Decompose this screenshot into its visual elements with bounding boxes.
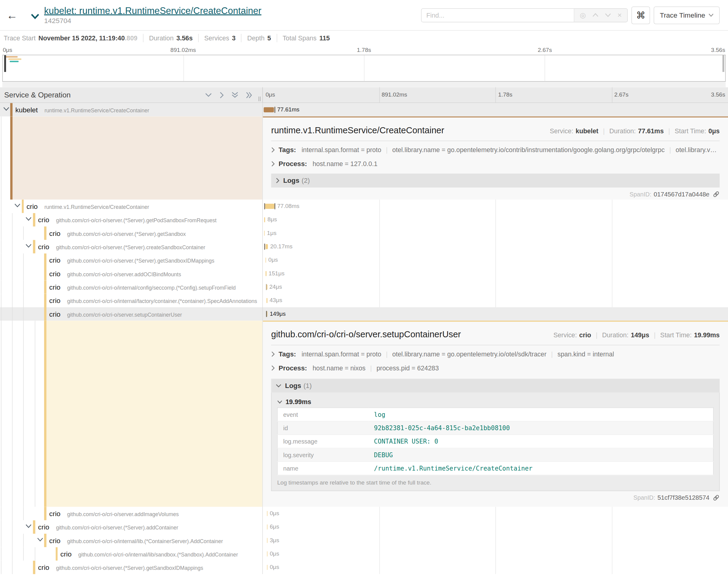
trace-title-link[interactable]: kubelet: runtime.v1.RuntimeService/Creat… xyxy=(44,5,261,16)
find-controls: ◎ × xyxy=(574,8,627,22)
span-duration: 0μs xyxy=(270,547,279,561)
span-row-getpodsandboxfromrequest[interactable]: crio github.com/cri-o/cri-o/server.(*Ser… xyxy=(0,213,728,227)
span-row-addcontainer[interactable]: crio github.com/cri-o/cri-o/server.(*Ser… xyxy=(0,520,728,534)
span-bar[interactable] xyxy=(265,258,266,263)
locate-icon[interactable]: ◎ xyxy=(580,11,586,20)
span-row-createsandboxcontainer[interactable]: crio github.com/cri-o/cri-o/server.(*Ser… xyxy=(0,240,728,253)
span-row-lib-addcontainer[interactable]: crio github.com/cri-o/cri-o/internal/lib… xyxy=(0,534,728,547)
span-row-getsandboxidmappings[interactable]: crio github.com/cri-o/cri-o/server.(*Ser… xyxy=(0,253,728,267)
span-operation: github.com/cri-o/cri-o/internal/lib.(*Co… xyxy=(67,538,223,544)
keyboard-shortcuts-button[interactable]: ⌘ xyxy=(631,6,650,24)
find-clear-icon[interactable]: × xyxy=(618,11,622,20)
expand-one-icon[interactable] xyxy=(220,92,224,98)
span-bar[interactable] xyxy=(267,524,268,530)
span-id-row: SpanID:51cf7f38e5128574 xyxy=(271,492,720,503)
log-note: Log timestamps are relative to the start… xyxy=(277,479,714,486)
service-operation-title: Service & Operation xyxy=(4,91,71,99)
column-splitter[interactable] xyxy=(259,97,260,101)
span-detail-title: runtime.v1.RuntimeService/CreateContaine… xyxy=(271,123,550,138)
span-operation: github.com/cri-o/cri-o/server.(*Server).… xyxy=(67,231,186,236)
span-bar[interactable] xyxy=(265,244,268,249)
back-button[interactable]: ← xyxy=(0,0,24,30)
span-operation: runtime.v1.RuntimeService/CreateContaine… xyxy=(44,204,149,210)
span-bar[interactable] xyxy=(267,565,268,570)
span-bar[interactable] xyxy=(264,107,274,112)
span-duration: 151μs xyxy=(268,267,284,280)
span-bar[interactable] xyxy=(266,284,267,290)
link-icon[interactable] xyxy=(713,494,720,501)
span-bar[interactable] xyxy=(267,311,268,317)
span-row-addocibindmounts[interactable]: crio github.com/cri-o/cri-o/server.addOC… xyxy=(0,267,728,280)
span-bar[interactable] xyxy=(265,204,274,209)
minimap-left-scrubber[interactable] xyxy=(4,55,6,72)
minimap-right-scrubber[interactable] xyxy=(723,55,724,72)
process-row[interactable]: Process: host.name = 127.0.0.1 xyxy=(271,157,720,171)
trace-services: Services3 xyxy=(198,34,241,42)
find-next-icon[interactable] xyxy=(605,13,611,17)
span-operation: github.com/cri-o/cri-o/server.(*Server).… xyxy=(56,565,203,571)
logs-accordion[interactable]: Logs(1) xyxy=(271,379,720,393)
span-row-specaddannotations[interactable]: crio github.com/cri-o/cri-o/internal/fac… xyxy=(0,294,728,307)
find-prev-icon[interactable] xyxy=(592,13,598,17)
span-bar[interactable] xyxy=(267,298,267,303)
span-detail-indent xyxy=(0,320,263,507)
collapse-one-icon[interactable] xyxy=(205,93,212,97)
chevron-down-icon[interactable] xyxy=(37,537,43,542)
span-row-setupcontaineruser[interactable]: crio github.com/cri-o/cri-o/server.setup… xyxy=(0,307,728,320)
span-service: crio xyxy=(38,243,49,251)
tags-row[interactable]: Tags: internal.span.format = proto| otel… xyxy=(271,143,720,157)
chevron-down-icon[interactable] xyxy=(14,203,20,208)
span-duration: 0μs xyxy=(270,507,279,520)
process-row[interactable]: Process: host.name = nixos| process.pid … xyxy=(271,361,720,375)
link-icon[interactable] xyxy=(713,191,720,198)
span-operation: runtime.v1.RuntimeService/CreateContaine… xyxy=(44,108,149,113)
span-service: crio xyxy=(49,297,60,305)
tags-row[interactable]: Tags: internal.span.format = proto| otel… xyxy=(271,347,720,361)
logs-accordion[interactable]: Logs(2) xyxy=(271,174,720,188)
span-duration: 0μs xyxy=(270,561,279,574)
chevron-down-icon[interactable] xyxy=(3,107,9,111)
span-row-getsandbox[interactable]: crio github.com/cri-o/cri-o/server.(*Ser… xyxy=(0,227,728,240)
span-duration: 43μs xyxy=(269,294,282,307)
chevron-down-icon[interactable] xyxy=(26,217,32,221)
span-bar[interactable] xyxy=(265,271,266,276)
span-bar[interactable] xyxy=(264,231,265,236)
span-detail-title: github.com/cri-o/cri-o/server.setupConta… xyxy=(271,327,553,342)
span-bar[interactable] xyxy=(267,538,268,543)
span-bar[interactable] xyxy=(264,217,265,222)
view-selector-button[interactable]: Trace Timeline xyxy=(654,6,720,24)
log-field-row: name/runtime.v1.RuntimeService/CreateCon… xyxy=(277,462,713,475)
span-duration: 3μs xyxy=(270,534,279,547)
span-row-sandbox-addcontainer[interactable]: crio github.com/cri-o/cri-o/internal/lib… xyxy=(0,547,728,561)
collapse-trace-chevron-icon[interactable] xyxy=(31,13,39,20)
command-icon: ⌘ xyxy=(636,9,646,21)
span-duration: 6μs xyxy=(270,520,279,534)
trace-id: 1425704 xyxy=(44,16,261,25)
minimap-canvas[interactable] xyxy=(2,55,726,82)
span-duration: 149μs xyxy=(270,307,286,320)
log-field-row: id92b82381-025c-4a64-815c-ba2e1bb08100 xyxy=(277,421,713,434)
log-entry-toggle[interactable]: 19.99ms xyxy=(277,397,714,408)
span-row-kubelet-createcontainer[interactable]: kubelet runtime.v1.RuntimeService/Create… xyxy=(0,103,728,116)
chevron-down-icon[interactable] xyxy=(26,524,32,528)
span-bar[interactable] xyxy=(267,551,268,556)
find-input[interactable] xyxy=(422,8,574,22)
span-service: crio xyxy=(49,229,60,237)
chevron-right-icon xyxy=(276,178,279,183)
log-marker xyxy=(274,107,275,113)
span-bar[interactable] xyxy=(267,511,268,516)
jaeger-trace-page: ← kubelet: runtime.v1.RuntimeService/Cre… xyxy=(0,0,728,575)
span-duration: 0μs xyxy=(268,253,278,267)
chevron-down-icon[interactable] xyxy=(26,244,32,248)
span-row-crio-createcontainer[interactable]: crio runtime.v1.RuntimeService/CreateCon… xyxy=(0,199,728,213)
span-operation: github.com/cri-o/cri-o/server.(*Server).… xyxy=(67,258,214,264)
expand-all-icon[interactable] xyxy=(246,92,252,98)
span-row-getsandboxidmappings-2[interactable]: crio github.com/cri-o/cri-o/server.(*Ser… xyxy=(0,561,728,574)
minimap-span xyxy=(10,61,19,62)
span-row-addimagevolumes[interactable]: crio github.com/cri-o/cri-o/server.addIm… xyxy=(0,507,728,520)
span-operation: github.com/cri-o/cri-o/server.addOCIBind… xyxy=(67,271,181,277)
span-rows: kubelet runtime.v1.RuntimeService/Create… xyxy=(0,103,728,574)
trace-minimap: 0μs 891.02ms 1.78s 2.67s 3.56s xyxy=(0,45,728,88)
span-row-setupfromfield[interactable]: crio github.com/cri-o/cri-o/internal/con… xyxy=(0,280,728,294)
collapse-all-icon[interactable] xyxy=(232,92,238,98)
